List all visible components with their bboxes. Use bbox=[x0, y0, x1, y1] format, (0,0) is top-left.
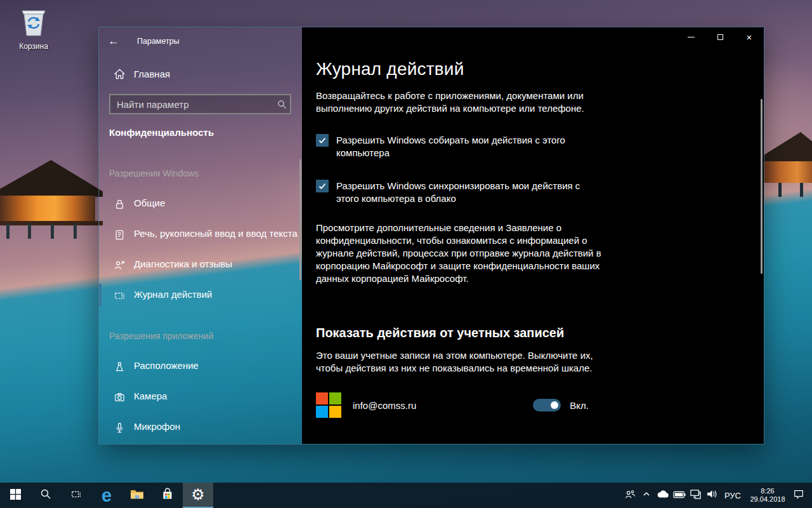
file-explorer-button[interactable] bbox=[122, 483, 152, 508]
store-button[interactable] bbox=[152, 483, 183, 508]
windows-start-icon bbox=[10, 489, 21, 502]
sidebar-item-home[interactable]: Главная bbox=[99, 61, 302, 86]
volume-button[interactable] bbox=[704, 483, 721, 508]
taskbar-search-button[interactable] bbox=[30, 483, 61, 508]
recycle-bin[interactable]: Корзина bbox=[9, 6, 58, 51]
diagnostics-feedback-icon bbox=[113, 258, 126, 271]
sidebar-item-camera[interactable]: Камера bbox=[99, 383, 302, 411]
recycle-bin-icon bbox=[19, 29, 48, 40]
battery-button[interactable] bbox=[671, 483, 688, 508]
maximize-button[interactable] bbox=[705, 27, 735, 46]
settings-window: ← Параметры Главная bbox=[98, 27, 764, 444]
store-icon bbox=[161, 488, 174, 503]
section-header-app-permissions: Разрешения приложений bbox=[109, 331, 213, 341]
network-button[interactable] bbox=[688, 483, 704, 508]
toggle-state-label: Вкл. bbox=[570, 400, 589, 411]
page-intro: Возвращайтесь к работе с приложениями, д… bbox=[316, 90, 608, 115]
sidebar-item-microphone[interactable]: Микрофон bbox=[99, 413, 302, 441]
settings-search-box bbox=[109, 94, 291, 114]
location-icon bbox=[113, 360, 126, 373]
close-button[interactable]: × bbox=[735, 27, 764, 46]
chevron-up-icon bbox=[642, 490, 651, 501]
sidebar-item-label: Расположение bbox=[134, 360, 199, 371]
search-icon[interactable] bbox=[273, 100, 290, 109]
edge-icon: e bbox=[102, 486, 112, 505]
sidebar-item-location[interactable]: Расположение bbox=[99, 352, 302, 380]
window-controls: × bbox=[676, 27, 764, 46]
search-icon bbox=[40, 488, 51, 502]
tray-overflow-button[interactable] bbox=[638, 483, 655, 508]
people-icon bbox=[624, 488, 636, 502]
settings-sidebar: ← Параметры Главная bbox=[99, 27, 302, 444]
action-center-icon bbox=[793, 488, 804, 502]
clock[interactable]: 8:26 29.04.2018 bbox=[745, 483, 790, 508]
minimize-button[interactable] bbox=[676, 27, 705, 46]
desktop: Корзина ← Параметры Главная bbox=[0, 0, 812, 508]
wallpaper-bungalow-left bbox=[0, 160, 103, 239]
microsoft-logo-icon bbox=[316, 392, 341, 418]
onedrive-cloud-icon bbox=[657, 490, 669, 501]
file-explorer-icon bbox=[130, 488, 144, 502]
sidebar-item-label: Журнал действий bbox=[134, 289, 212, 300]
page-title: Журнал действий bbox=[316, 59, 617, 79]
maximize-icon bbox=[717, 34, 723, 40]
start-button[interactable] bbox=[0, 483, 30, 508]
network-icon bbox=[690, 489, 702, 502]
recycle-bin-label: Корзина bbox=[9, 42, 58, 51]
battery-icon bbox=[673, 490, 686, 501]
accounts-description: Это ваши учетные записи на этом компьюте… bbox=[316, 349, 614, 375]
microphone-icon bbox=[113, 421, 126, 434]
main-scrollbar[interactable] bbox=[761, 99, 763, 274]
back-button[interactable]: ← bbox=[104, 32, 123, 50]
section-header-windows-permissions: Разрешения Windows bbox=[109, 168, 199, 178]
sidebar-item-speech-inking[interactable]: Речь, рукописный ввод и ввод текста bbox=[99, 220, 302, 248]
lock-icon bbox=[113, 197, 126, 210]
sidebar-item-label: Речь, рукописный ввод и ввод текста bbox=[134, 228, 298, 239]
task-view-button[interactable] bbox=[61, 483, 91, 508]
sidebar-item-general[interactable]: Общие bbox=[99, 190, 302, 218]
back-arrow-icon: ← bbox=[108, 35, 119, 48]
account-email: info@comss.ru bbox=[353, 400, 416, 411]
people-button[interactable] bbox=[622, 483, 638, 508]
sidebar-scrollbar[interactable] bbox=[299, 159, 301, 280]
checkbox-label[interactable]: Разрешить Windows собирать мои действия … bbox=[336, 134, 590, 159]
action-center-button[interactable] bbox=[790, 483, 807, 508]
sidebar-titlebar: ← Параметры bbox=[99, 32, 302, 50]
app-title: Параметры bbox=[137, 37, 180, 46]
onedrive-button[interactable] bbox=[655, 483, 671, 508]
task-view-icon bbox=[70, 488, 82, 502]
search-input[interactable] bbox=[110, 99, 273, 110]
system-tray: РУС 8:26 29.04.2018 bbox=[622, 483, 812, 508]
accounts-section-title: Показать действия от учетных записей bbox=[316, 326, 617, 340]
wallpaper-bungalow-right bbox=[763, 132, 812, 196]
activity-history-icon bbox=[113, 289, 126, 302]
gear-icon: ⚙ bbox=[191, 487, 205, 502]
privacy-note: Просмотрите дополнительные сведения и За… bbox=[316, 222, 609, 285]
sidebar-item-label: Камера bbox=[134, 391, 167, 401]
account-toggle[interactable] bbox=[533, 399, 561, 411]
language-indicator[interactable]: РУС bbox=[721, 483, 745, 508]
checkbox-row-collect: Разрешить Windows собирать мои действия … bbox=[316, 134, 617, 159]
close-icon: × bbox=[747, 32, 752, 42]
toggle-knob bbox=[551, 401, 558, 409]
home-icon bbox=[113, 67, 126, 80]
sidebar-item-activity-history[interactable]: Журнал действий bbox=[99, 281, 302, 309]
collect-activities-checkbox[interactable] bbox=[316, 134, 329, 147]
taskbar: e bbox=[0, 483, 812, 508]
sidebar-item-diagnostics[interactable]: Диагностика и отзывы bbox=[99, 251, 302, 279]
settings-taskbar-button[interactable]: ⚙ bbox=[183, 483, 213, 508]
sync-activities-checkbox[interactable] bbox=[316, 180, 329, 192]
account-row: info@comss.ru Вкл. bbox=[316, 392, 589, 418]
edge-button[interactable]: e bbox=[91, 483, 122, 508]
sidebar-item-label: Общие bbox=[134, 197, 165, 208]
sidebar-item-label: Главная bbox=[134, 69, 170, 79]
sidebar-item-label: Микрофон bbox=[134, 421, 180, 432]
sidebar-item-label: Диагностика и отзывы bbox=[134, 258, 232, 269]
category-title: Конфиденциальность bbox=[109, 127, 214, 138]
checkbox-label[interactable]: Разрешить Windows синхронизировать мои д… bbox=[336, 180, 590, 205]
settings-main-pane: × Журнал действий Возвращайтесь к работе… bbox=[302, 27, 764, 444]
clock-date: 29.04.2018 bbox=[750, 495, 785, 504]
minimize-icon bbox=[688, 37, 695, 37]
clock-time: 8:26 bbox=[750, 487, 785, 495]
checkbox-row-sync: Разрешить Windows синхронизировать мои д… bbox=[316, 180, 617, 205]
